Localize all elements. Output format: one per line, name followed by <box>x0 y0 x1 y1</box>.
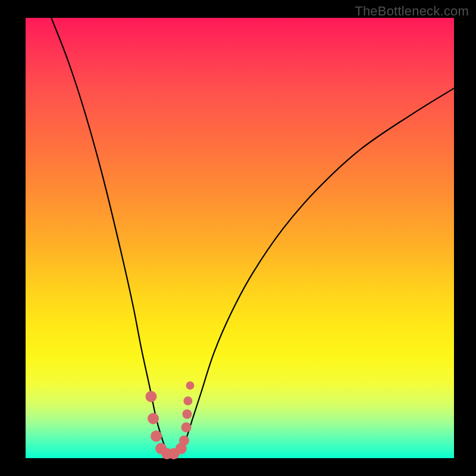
optimal-marker <box>179 436 189 446</box>
optimal-marker <box>183 396 192 405</box>
optimal-marker <box>145 391 156 402</box>
optimal-marker <box>148 413 159 424</box>
optimal-marker <box>181 422 192 433</box>
optimal-marker <box>182 409 192 419</box>
plot-area <box>26 18 454 458</box>
watermark-text: TheBottleneck.com <box>355 4 469 19</box>
optimal-marker <box>151 431 162 442</box>
optimal-marker <box>186 381 194 390</box>
chart-svg <box>26 18 454 458</box>
chart-frame: TheBottleneck.com <box>0 0 476 476</box>
bottleneck-curve <box>51 18 454 456</box>
optimal-zone-markers <box>145 381 194 459</box>
